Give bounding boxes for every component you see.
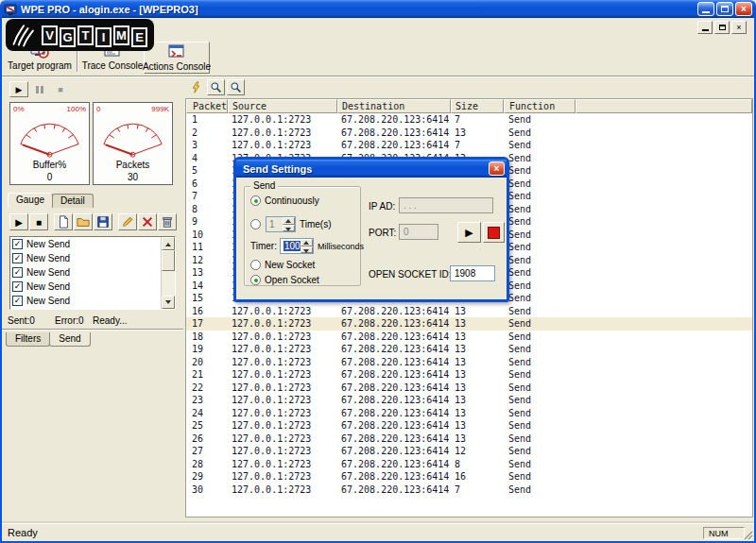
list-item[interactable]: ✓New Send xyxy=(10,294,175,308)
table-row[interactable]: 30127.0.0.1:272367.208.220.123:64147Send xyxy=(186,484,752,497)
table-cell: 13 xyxy=(451,357,504,367)
radio-new-socket[interactable]: New Socket xyxy=(250,260,315,270)
list-item[interactable]: ✓New Send xyxy=(10,251,175,265)
list-item-label: New Send xyxy=(26,267,70,278)
table-cell: 20 xyxy=(186,357,228,367)
checkbox[interactable]: ✓ xyxy=(12,253,23,263)
checkbox[interactable]: ✓ xyxy=(12,281,23,292)
dialog-stop-button[interactable] xyxy=(483,222,505,243)
packet-table-header: Packet Source Destination Size Function xyxy=(186,99,752,113)
dialog-titlebar[interactable]: Send Settings × xyxy=(236,160,507,178)
send-list-scrollbar[interactable] xyxy=(161,237,175,309)
tab-gauge[interactable]: Gauge xyxy=(8,193,53,208)
spinner-arrows[interactable] xyxy=(301,239,313,253)
checkbox[interactable]: ✓ xyxy=(12,239,23,249)
app-window: WPE PRO - alogin.exe - [WPEPRO3] × × VGT… xyxy=(0,0,756,543)
radio-icon[interactable] xyxy=(250,219,261,229)
socket-id-field[interactable]: 1908 xyxy=(450,265,495,281)
table-cell: 67.208.220.123:6414 xyxy=(337,484,451,495)
lightning-icon xyxy=(190,81,202,93)
scroll-down-button[interactable] xyxy=(162,296,175,309)
table-row[interactable]: 17127.0.0.1:272367.208.220.123:641413Sen… xyxy=(186,317,752,331)
ip-field[interactable]: . . . xyxy=(399,197,493,213)
dialog-play-button[interactable]: ▶ xyxy=(457,222,481,243)
table-row[interactable]: 24127.0.0.1:272367.208.220.123:641413Sen… xyxy=(186,407,752,420)
radio-icon[interactable] xyxy=(250,260,261,270)
table-cell: Send xyxy=(504,318,576,329)
dialog-close-button[interactable]: × xyxy=(489,161,505,176)
maximize-button[interactable] xyxy=(716,2,733,16)
save-button[interactable] xyxy=(94,213,112,230)
send-list[interactable]: ✓New Send✓New Send✓New Send✓New Send✓New… xyxy=(9,236,176,310)
resize-grip[interactable] xyxy=(742,529,753,540)
table-row[interactable]: 23127.0.0.1:272367.208.220.123:641413Sen… xyxy=(186,394,752,407)
zoom-button-1[interactable] xyxy=(207,79,225,95)
zoom-button-2[interactable] xyxy=(227,79,245,95)
send-options-button[interactable] xyxy=(187,79,205,95)
pause-button[interactable] xyxy=(30,81,49,97)
table-row[interactable]: 25127.0.0.1:272367.208.220.123:641413Sen… xyxy=(186,419,752,433)
spinner-arrows[interactable] xyxy=(283,217,295,231)
table-row[interactable]: 27127.0.0.1:272367.208.220.123:641412Sen… xyxy=(186,445,752,458)
checkbox[interactable]: ✓ xyxy=(12,296,23,306)
radio-continuously[interactable]: Continuously xyxy=(250,195,319,206)
trash-button[interactable] xyxy=(158,213,177,230)
port-field[interactable]: 0 xyxy=(399,224,438,240)
column-header-size[interactable]: Size xyxy=(451,99,504,113)
column-header-function[interactable]: Function xyxy=(504,99,576,113)
column-header-source[interactable]: Source xyxy=(228,99,337,113)
new-button[interactable] xyxy=(54,213,73,230)
save-icon xyxy=(96,215,110,229)
table-cell: Send xyxy=(504,331,576,342)
column-header-packet[interactable]: Packet xyxy=(186,99,228,113)
radio-icon[interactable] xyxy=(250,195,261,206)
table-row[interactable]: 26127.0.0.1:272367.208.220.123:641413Sen… xyxy=(186,433,752,446)
scroll-track[interactable] xyxy=(162,250,175,296)
table-row[interactable]: 18127.0.0.1:272367.208.220.123:641413Sen… xyxy=(186,331,752,344)
table-row[interactable]: 19127.0.0.1:272367.208.220.123:641413Sen… xyxy=(186,343,752,356)
play-button[interactable]: ▶ xyxy=(9,81,28,97)
table-row[interactable]: 1127.0.0.1:272367.208.220.123:64147Send xyxy=(186,113,752,127)
table-row[interactable]: 3127.0.0.1:272367.208.220.123:64147Send xyxy=(186,139,752,152)
table-row[interactable]: 21127.0.0.1:272367.208.220.123:641413Sen… xyxy=(186,368,752,382)
open-button[interactable] xyxy=(74,213,93,230)
timer-spinner[interactable]: 100 xyxy=(280,238,314,254)
table-row[interactable]: 20127.0.0.1:272367.208.220.123:641413Sen… xyxy=(186,356,752,369)
mdi-minimize-button[interactable] xyxy=(697,21,713,34)
radio-icon[interactable] xyxy=(250,275,261,285)
table-row[interactable]: 2127.0.0.1:272367.208.220.123:641413Send xyxy=(186,127,752,140)
table-cell: 67.208.220.123:6414 xyxy=(337,459,451,469)
list-item[interactable]: ✓New Send xyxy=(10,265,175,280)
tab-detail[interactable]: Detail xyxy=(52,194,94,208)
send-stop-button[interactable]: ■ xyxy=(29,213,48,230)
radio-times[interactable]: 1 Time(s) xyxy=(250,216,332,232)
checkbox[interactable]: ✓ xyxy=(12,267,23,278)
table-row[interactable]: 28127.0.0.1:272367.208.220.123:64148Send xyxy=(186,458,752,471)
scroll-thumb[interactable] xyxy=(162,250,175,271)
mdi-close-button[interactable]: × xyxy=(731,21,747,34)
tab-filters[interactable]: Filters xyxy=(6,332,50,347)
times-spinner[interactable]: 1 xyxy=(266,216,296,232)
radio-open-socket[interactable]: Open Socket xyxy=(250,275,319,285)
send-play-button[interactable]: ▶ xyxy=(9,213,28,230)
delete-button[interactable] xyxy=(138,213,157,230)
window-titlebar[interactable]: WPE PRO - alogin.exe - [WPEPRO3] × xyxy=(0,0,756,18)
table-row[interactable]: 29127.0.0.1:272367.208.220.123:641416Sen… xyxy=(186,470,752,484)
stop-button[interactable]: ■ xyxy=(51,81,70,97)
tab-send[interactable]: Send xyxy=(49,332,90,347)
table-row[interactable]: 16127.0.0.1:272367.208.220.123:641413Sen… xyxy=(186,305,752,318)
scroll-up-button[interactable] xyxy=(162,237,175,250)
minimize-button[interactable] xyxy=(697,2,714,16)
close-button[interactable]: × xyxy=(735,2,752,16)
list-item[interactable]: ✓New Send xyxy=(10,237,175,251)
edit-button[interactable] xyxy=(118,213,137,230)
list-item[interactable]: ✓New Send xyxy=(10,280,175,294)
play-icon: ▶ xyxy=(15,217,23,228)
mdi-restore-button[interactable] xyxy=(714,21,730,34)
table-cell: 13 xyxy=(451,408,504,418)
table-row[interactable]: 22127.0.0.1:272367.208.220.123:641413Sen… xyxy=(186,382,752,395)
actions-console-button[interactable]: Actions Console xyxy=(144,42,210,74)
close-icon: × xyxy=(736,23,741,32)
packets-gauge: 0 999K Packets 30 xyxy=(93,102,173,185)
column-header-destination[interactable]: Destination xyxy=(337,99,451,113)
